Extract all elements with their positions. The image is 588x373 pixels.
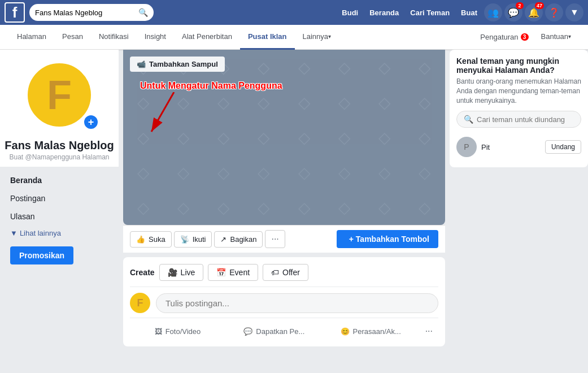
nav-pesan[interactable]: Pesan: [54, 25, 91, 50]
nav-beranda[interactable]: Beranda: [365, 5, 403, 20]
main-container: F + Fans Malas Ngeblog Buat @Namapenggun…: [0, 50, 588, 346]
perasaan-button[interactable]: 😊 Perasaan/Ak...: [323, 324, 419, 339]
ikuti-button[interactable]: 📡 Ikuti: [174, 231, 212, 248]
notification-badge: 47: [535, 2, 544, 9]
pattern-item: ◇: [284, 190, 324, 225]
notification-icon-btn[interactable]: 🔔 47: [525, 3, 543, 21]
pattern-item: ◇: [163, 85, 203, 120]
nav-lainnya[interactable]: Lainnya ▾: [295, 25, 339, 50]
help-icon-btn[interactable]: ❓: [545, 3, 563, 21]
pattern-item: ◇: [244, 85, 284, 120]
dropdown-icon-btn[interactable]: ▼: [565, 3, 583, 21]
nav-insight[interactable]: Insight: [137, 25, 174, 50]
post-more-button[interactable]: ···: [420, 323, 438, 340]
pattern-item: ◇: [405, 155, 445, 190]
page-nav-right: Pengaturan 3 Bantuan ▾: [480, 25, 579, 50]
right-sidebar: Kenal teman yang mungkin menyukai Halama…: [450, 50, 588, 346]
bagikan-button[interactable]: ↗ Bagikan: [214, 231, 263, 248]
avatar-add-button[interactable]: +: [83, 114, 99, 130]
pattern-item: ◇: [123, 85, 163, 120]
pattern-item: ◇: [123, 190, 163, 225]
pattern-item: ◇: [284, 50, 324, 85]
tambahkan-tombol-button[interactable]: + Tambahkan Tombol: [337, 230, 438, 248]
pattern-item: ◇: [405, 120, 445, 155]
lihat-lainnya-label: Lihat lainnya: [20, 229, 61, 237]
friend-item: P Pit Undang: [456, 133, 581, 161]
pattern-item: ◇: [204, 155, 244, 190]
lihat-lainnya-link[interactable]: ▼ Lihat lainnya: [5, 225, 114, 241]
pattern-item: ◇: [204, 120, 244, 155]
pattern-item: ◇: [244, 190, 284, 225]
event-button[interactable]: 📅 Event: [208, 264, 258, 281]
post-input-row: F: [130, 293, 438, 313]
pattern-item: ◇: [163, 155, 203, 190]
pengaturan-label: Pengaturan: [480, 33, 518, 41]
add-cover-label: Tambahkan Sampul: [149, 60, 218, 68]
sidebar-item-postingan[interactable]: Postingan: [5, 189, 114, 207]
nav-pusat-iklan[interactable]: Pusat Iklan: [240, 25, 295, 50]
offer-icon: 🏷: [271, 268, 279, 277]
ikuti-label: Ikuti: [193, 235, 206, 244]
friend-search-bar[interactable]: 🔍: [456, 111, 581, 128]
bagikan-label: Bagikan: [230, 235, 256, 244]
offer-label: Offer: [282, 268, 300, 277]
emoji-icon: 😊: [341, 327, 350, 336]
pengaturan-button[interactable]: Pengaturan 3: [480, 33, 528, 41]
undang-button[interactable]: Undang: [545, 140, 581, 154]
bantuan-button[interactable]: Bantuan ▾: [533, 25, 579, 50]
sidebar-item-beranda[interactable]: Beranda: [5, 171, 114, 189]
post-input[interactable]: [156, 293, 438, 313]
nav-alat-penerbitan[interactable]: Alat Penerbitan: [174, 25, 240, 50]
promosikan-button[interactable]: Promosikan: [10, 246, 73, 264]
cover-photo: ◇ ◇ ◇ ◇ ◇ ◇ ◇ ◇ ◇ ◇ ◇ ◇ ◇ ◇ ◇ ◇ ◇: [123, 50, 445, 225]
nav-notifikasi[interactable]: Notifikasi: [91, 25, 137, 50]
share-icon: ↗: [220, 235, 227, 244]
offer-button[interactable]: 🏷 Offer: [263, 264, 308, 281]
nav-user-name: Budi: [342, 8, 358, 17]
foto-video-button[interactable]: 🖼 Foto/Video: [130, 324, 225, 339]
rss-icon: 📡: [180, 235, 189, 244]
pengaturan-badge: 3: [521, 33, 529, 41]
pattern-item: ◇: [244, 120, 284, 155]
search-input[interactable]: [35, 8, 136, 17]
photo-icon: 🖼: [155, 327, 162, 336]
pattern-item: ◇: [324, 50, 364, 85]
dapatkan-button[interactable]: 💬 Dapatkan Pe...: [227, 324, 322, 339]
pattern-item: ◇: [365, 120, 405, 155]
cover-pattern: ◇ ◇ ◇ ◇ ◇ ◇ ◇ ◇ ◇ ◇ ◇ ◇ ◇ ◇ ◇ ◇ ◇: [123, 50, 445, 225]
avatar-area: F +: [0, 50, 119, 135]
profile-section: F + Fans Malas Ngeblog Buat @Namapenggun…: [0, 50, 119, 167]
suka-button[interactable]: 👍 Suka: [130, 231, 172, 248]
live-button[interactable]: 🎥 Live: [159, 264, 204, 281]
people-icon-btn[interactable]: 👥: [484, 3, 502, 21]
pattern-item: ◇: [284, 120, 324, 155]
people-icon: 👥: [487, 7, 499, 18]
post-avatar: F: [130, 293, 150, 313]
pattern-item: ◇: [204, 190, 244, 225]
search-bar[interactable]: 🔍: [29, 4, 154, 21]
pattern-item: ◇: [204, 85, 244, 120]
friend-name: Pit: [481, 143, 541, 151]
pattern-item: ◇: [365, 50, 405, 85]
pattern-item: ◇: [405, 85, 445, 120]
event-label: Event: [229, 268, 250, 277]
page-navigation: Halaman Pesan Notifikasi Insight Alat Pe…: [0, 25, 588, 50]
event-icon: 📅: [216, 268, 226, 277]
pattern-item: ◇: [324, 155, 364, 190]
nav-cari-teman[interactable]: Cari Teman: [406, 5, 454, 20]
nav-buat[interactable]: Buat: [456, 5, 482, 20]
search-icon: 🔍: [138, 8, 148, 17]
friend-card-description: Bantu orang-orang menemukan Halaman Anda…: [456, 77, 581, 105]
nav-right: Budi Beranda Cari Teman Buat 👥 💬 2 🔔 47 …: [342, 3, 583, 21]
pattern-item: ◇: [324, 85, 364, 120]
more-button[interactable]: ···: [265, 230, 285, 248]
sidebar-item-ulasan[interactable]: Ulasan: [5, 207, 114, 225]
page-username[interactable]: Buat @Namapengguna Halaman: [0, 153, 119, 161]
tambahkan-tombol-label: + Tambahkan Tombol: [349, 235, 429, 244]
messenger-icon-btn[interactable]: 💬 2: [504, 3, 522, 21]
pattern-item: ◇: [163, 120, 203, 155]
add-cover-button[interactable]: 📹 Tambahkan Sampul: [130, 57, 225, 72]
pattern-item: ◇: [324, 190, 364, 225]
friend-search-input[interactable]: [477, 115, 574, 124]
nav-halaman[interactable]: Halaman: [9, 25, 54, 50]
